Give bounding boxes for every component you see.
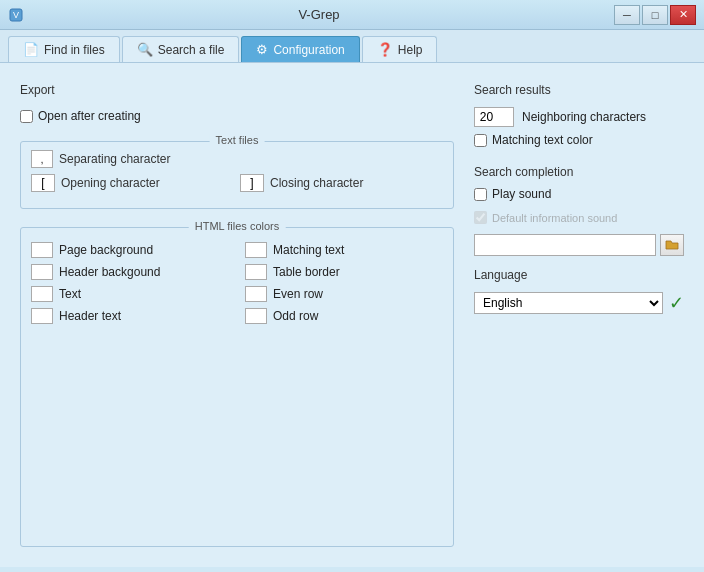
- default-sound-row: Default information sound: [474, 211, 684, 224]
- main-content: Export Open after creating Text files , …: [0, 63, 704, 567]
- language-row: English French German Spanish ✓: [474, 292, 684, 314]
- sound-file-input[interactable]: [474, 234, 656, 256]
- right-panel: Search results Neighboring characters Ma…: [474, 83, 684, 547]
- html-files-group: HTML files colors Page background Matchi…: [20, 227, 454, 547]
- tab-configuration-label: Configuration: [273, 43, 344, 57]
- odd-row-item: Odd row: [245, 308, 443, 324]
- language-section: Language English French German Spanish ✓: [474, 268, 684, 314]
- minimize-button[interactable]: ─: [614, 5, 640, 25]
- colors-grid: Page background Matching text Header bac…: [31, 242, 443, 324]
- closing-char-label: Closing character: [270, 176, 443, 190]
- tab-help[interactable]: ❓ Help: [362, 36, 438, 62]
- text-item: Text: [31, 286, 229, 302]
- html-files-title: HTML files colors: [189, 220, 286, 232]
- separating-char-row: , Separating character: [31, 150, 443, 168]
- window-controls: ─ □ ✕: [614, 5, 696, 25]
- find-in-files-icon: 📄: [23, 42, 39, 57]
- matching-text-color-checkbox[interactable]: [474, 134, 487, 147]
- default-sound-checkbox[interactable]: [474, 211, 487, 224]
- tab-bar: 📄 Find in files 🔍 Search a file ⚙ Config…: [0, 30, 704, 63]
- app-icon: V: [8, 7, 24, 23]
- close-button[interactable]: ✕: [670, 5, 696, 25]
- search-results-label: Search results: [474, 83, 684, 97]
- tab-search-a-file-label: Search a file: [158, 43, 225, 57]
- odd-row-label: Odd row: [273, 309, 318, 323]
- opening-char-label: Opening character: [61, 176, 234, 190]
- text-files-title: Text files: [210, 134, 265, 146]
- neighboring-chars-label: Neighboring characters: [522, 110, 646, 124]
- header-bg-label: Header backgound: [59, 265, 160, 279]
- separating-char-label: Separating character: [59, 152, 443, 166]
- open-after-creating-checkbox[interactable]: [20, 110, 33, 123]
- play-sound-row: Play sound: [474, 187, 684, 201]
- window-title: V-Grep: [24, 7, 614, 22]
- tab-configuration[interactable]: ⚙ Configuration: [241, 36, 359, 62]
- closing-char-input[interactable]: [240, 174, 264, 192]
- table-border-item: Table border: [245, 264, 443, 280]
- char-row: Opening character Closing character: [31, 174, 443, 192]
- default-sound-label: Default information sound: [492, 212, 617, 224]
- svg-text:V: V: [13, 10, 19, 20]
- browse-sound-button[interactable]: [660, 234, 684, 256]
- header-text-swatch[interactable]: [31, 308, 53, 324]
- tab-search-a-file[interactable]: 🔍 Search a file: [122, 36, 240, 62]
- search-a-file-icon: 🔍: [137, 42, 153, 57]
- tab-help-label: Help: [398, 43, 423, 57]
- header-text-item: Header text: [31, 308, 229, 324]
- language-label: Language: [474, 268, 684, 282]
- configuration-icon: ⚙: [256, 42, 268, 57]
- page-bg-label: Page background: [59, 243, 153, 257]
- matching-text-color-label: Matching text color: [492, 133, 593, 147]
- matching-text-color-row: Matching text color: [474, 133, 684, 147]
- export-label: Export: [20, 83, 454, 97]
- header-bg-item: Header backgound: [31, 264, 229, 280]
- tab-find-in-files-label: Find in files: [44, 43, 105, 57]
- even-row-swatch[interactable]: [245, 286, 267, 302]
- table-border-swatch[interactable]: [245, 264, 267, 280]
- search-completion-label: Search completion: [474, 165, 684, 179]
- header-bg-swatch[interactable]: [31, 264, 53, 280]
- search-completion-section: Search completion Play sound Default inf…: [474, 165, 684, 256]
- matching-text-item: Matching text: [245, 242, 443, 258]
- text-label: Text: [59, 287, 81, 301]
- separating-char-input[interactable]: ,: [31, 150, 53, 168]
- left-panel: Export Open after creating Text files , …: [20, 83, 454, 547]
- open-after-creating-row: Open after creating: [20, 109, 454, 123]
- language-select[interactable]: English French German Spanish: [474, 292, 663, 314]
- open-after-creating-label: Open after creating: [38, 109, 141, 123]
- table-border-label: Table border: [273, 265, 340, 279]
- text-swatch[interactable]: [31, 286, 53, 302]
- even-row-item: Even row: [245, 286, 443, 302]
- neighboring-chars-row: Neighboring characters: [474, 107, 684, 127]
- page-bg-swatch[interactable]: [31, 242, 53, 258]
- even-row-label: Even row: [273, 287, 323, 301]
- apply-language-button[interactable]: ✓: [669, 292, 684, 314]
- help-icon: ❓: [377, 42, 393, 57]
- title-bar: V V-Grep ─ □ ✕: [0, 0, 704, 30]
- maximize-button[interactable]: □: [642, 5, 668, 25]
- page-bg-item: Page background: [31, 242, 229, 258]
- tab-find-in-files[interactable]: 📄 Find in files: [8, 36, 120, 62]
- opening-char-input[interactable]: [31, 174, 55, 192]
- text-files-group: Text files , Separating character Openin…: [20, 141, 454, 209]
- odd-row-swatch[interactable]: [245, 308, 267, 324]
- header-text-label: Header text: [59, 309, 121, 323]
- search-results-section: Search results Neighboring characters Ma…: [474, 83, 684, 153]
- play-sound-label: Play sound: [492, 187, 551, 201]
- sound-file-row: [474, 234, 684, 256]
- neighboring-chars-input[interactable]: [474, 107, 514, 127]
- play-sound-checkbox[interactable]: [474, 188, 487, 201]
- matching-text-swatch[interactable]: [245, 242, 267, 258]
- matching-text-label: Matching text: [273, 243, 344, 257]
